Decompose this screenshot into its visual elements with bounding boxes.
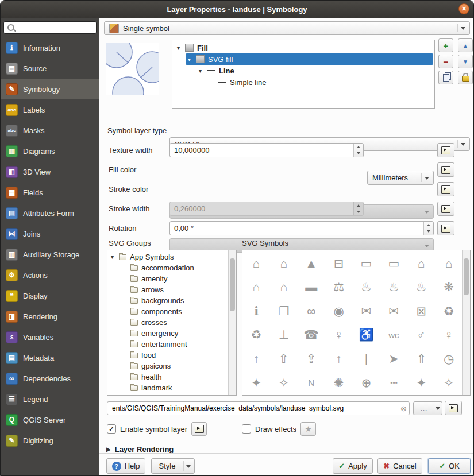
sidebar-item-variables[interactable]: εVariables <box>1 327 99 347</box>
effects-customize-button[interactable]: ★ <box>300 422 316 436</box>
svg-symbol-wc[interactable]: wc <box>380 323 407 347</box>
svg-symbol-shelter-2[interactable]: ⌂ <box>242 276 270 299</box>
svg-group-backgrounds[interactable]: backgrounds <box>107 295 229 306</box>
svg-symbol-compass-rose[interactable]: ✺ <box>325 371 353 394</box>
svg-symbol-arrow-outline[interactable]: ⇪ <box>298 347 325 371</box>
svg-symbol-police-badge[interactable]: ◉ <box>325 299 353 323</box>
browse-dropdown-button[interactable] <box>434 401 442 415</box>
svg-group-landmark[interactable]: landmark <box>107 382 229 393</box>
svg-symbol-men-wc[interactable]: ♂ <box>407 323 435 347</box>
svg-symbol-elevator[interactable]: ⊠ <box>407 299 435 323</box>
svg-symbol-line-marker[interactable]: | <box>353 347 380 371</box>
browse-button[interactable]: … <box>413 401 434 415</box>
sidebar-item-metadata[interactable]: ▤Metadata <box>1 347 99 368</box>
svg-symbol-arrow-solid[interactable]: ➤ <box>380 347 407 371</box>
svg-symbol-arrow-thin[interactable]: ↑ <box>325 347 353 371</box>
texture-width-spinbox[interactable] <box>169 143 364 157</box>
svg-symbol-telephone[interactable]: ☎ <box>298 323 325 347</box>
sidebar-item-actions[interactable]: ⚙Actions <box>1 265 99 285</box>
sidebar-item-rendering[interactable]: ◨Rendering <box>1 306 99 327</box>
sidebar-item-labels[interactable]: abcLabels <box>1 99 99 120</box>
texture-width-data-defined-button[interactable] <box>437 143 454 157</box>
svg-symbol-flame[interactable]: ♨ <box>407 276 435 299</box>
title-bar[interactable]: Layer Properties - landuse | Symbology ✕ <box>1 1 473 18</box>
expand-arrow-icon[interactable]: ▾ <box>188 56 196 63</box>
svg-symbol-home[interactable]: ⌂ <box>407 251 435 275</box>
svg-symbol-sleeping-shelter[interactable]: ▭ <box>380 251 407 275</box>
add-symbol-layer-button[interactable]: + <box>438 38 453 52</box>
symbol-tree-row-svg-fill[interactable]: ▾SVG fill <box>186 53 433 65</box>
svg-symbol-fire[interactable]: ♨ <box>353 276 380 299</box>
sidebar-item-symbology[interactable]: ✎Symbology <box>1 79 99 99</box>
svg-symbol-toilets[interactable]: ♀ <box>325 323 353 347</box>
svg-group-crosses[interactable]: crosses <box>107 317 229 328</box>
sidebar-item-attributes-form[interactable]: ▤Attributes Form <box>1 203 99 223</box>
svg-symbol-mail-2[interactable]: ✉ <box>380 299 407 323</box>
move-up-button[interactable]: ▲ <box>458 38 473 52</box>
sidebar-item-fields[interactable]: ▦Fields <box>1 182 99 203</box>
sidebar-item-masks[interactable]: abcMasks <box>1 120 99 141</box>
expand-arrow-icon[interactable]: ▾ <box>199 68 207 74</box>
svg-group-amenity[interactable]: amenity <box>107 273 229 284</box>
svg-symbol-arrow-double[interactable]: ⇑ <box>407 347 435 371</box>
rotation-input[interactable] <box>169 221 434 235</box>
svg-groups-scrollbar[interactable] <box>228 250 236 395</box>
svg-group-food[interactable]: food <box>107 350 229 361</box>
svg-path-field[interactable]: ⊗ <box>107 401 410 415</box>
sidebar-item-3d-view[interactable]: ◧3D View <box>1 161 99 182</box>
sidebar-item-source[interactable]: ▤Source <box>1 58 99 79</box>
svg-symbol-north-arrow-4[interactable]: ✧ <box>435 371 463 394</box>
svg-symbol-arrow-filled[interactable]: ⇧ <box>270 347 298 371</box>
texture-width-input[interactable] <box>169 143 364 157</box>
sidebar-item-diagrams[interactable]: ▥Diagrams <box>1 141 99 161</box>
sidebar-item-legend[interactable]: ☰Legend <box>1 389 99 409</box>
svg-symbol-bed[interactable]: ▭ <box>353 251 380 275</box>
sidebar-item-display[interactable]: ❝Display <box>1 285 99 306</box>
svg-group-accommodation[interactable]: accommodation <box>107 262 229 273</box>
close-icon[interactable]: ✕ <box>458 3 469 14</box>
svg-symbol-shelter[interactable]: ⌂ <box>435 251 463 275</box>
svg-symbol-bench[interactable]: ▬ <box>298 276 325 299</box>
svg-symbol-information[interactable]: ℹ <box>242 299 270 323</box>
svg-group-health[interactable]: health <box>107 371 229 382</box>
remove-symbol-layer-button[interactable]: − <box>438 55 453 68</box>
svg-symbol-clock[interactable]: ◷ <box>435 347 463 371</box>
expand-arrow-icon[interactable]: ▾ <box>111 254 119 260</box>
texture-width-unit-select[interactable]: Millimeters <box>367 171 434 185</box>
symbol-tree-row-fill[interactable]: ▾Fill <box>175 42 433 53</box>
draw-effects-checkbox[interactable] <box>242 424 251 434</box>
ok-button[interactable]: ✓ OK <box>428 458 471 474</box>
svg-symbol-circle-cross[interactable]: ⊕ <box>353 371 380 394</box>
sidebar-item-digitizing[interactable]: ✎Digitizing <box>1 430 99 451</box>
stroke-width-data-defined-button[interactable] <box>437 202 454 216</box>
svg-group-entertainment[interactable]: entertainment <box>107 339 229 350</box>
svg-symbol-huts[interactable]: ⌂ <box>270 276 298 299</box>
svg-group-gpsicons[interactable]: gpsicons <box>107 361 229 371</box>
svg-symbol-recycling-2[interactable]: ♻ <box>242 323 270 347</box>
expand-arrow-icon[interactable]: ▾ <box>177 45 185 51</box>
sidebar-item-qgis-server[interactable]: QQGIS Server <box>1 409 99 430</box>
svg-symbol-caravan[interactable]: ⊟ <box>325 251 353 275</box>
svg-symbol-bed-and-breakfast[interactable]: ⌂ <box>270 251 298 275</box>
svg-symbol-pedestrian[interactable]: ↑ <box>242 347 270 371</box>
layer-rendering-section[interactable]: ▶ Layer Rendering <box>106 445 174 454</box>
enable-layer-data-defined-button[interactable] <box>191 422 207 436</box>
svg-symbol-library[interactable]: ❐ <box>270 299 298 323</box>
svg-symbols-scrollbar[interactable] <box>462 250 470 395</box>
sidebar-item-joins[interactable]: ⋈Joins <box>1 223 99 244</box>
svg-symbol-recycling[interactable]: ♻ <box>435 299 463 323</box>
svg-group-app-symbols[interactable]: ▾App Symbols <box>107 251 229 262</box>
svg-group-components[interactable]: components <box>107 306 229 317</box>
help-button[interactable]: ? Help <box>106 458 145 474</box>
sidebar-item-information[interactable]: ℹInformation <box>1 37 99 58</box>
svg-symbol-mail[interactable]: ✉ <box>353 299 380 323</box>
rotation-data-defined-button[interactable] <box>437 221 454 235</box>
svg-symbol-tripod[interactable]: ⊥ <box>270 323 298 347</box>
search-input[interactable] <box>17 23 96 32</box>
svg-symbol-wheat[interactable]: ❋ <box>435 276 463 299</box>
style-button[interactable]: Style <box>151 458 195 474</box>
svg-path-data-defined-button[interactable] <box>445 401 462 415</box>
renderer-select[interactable]: Single symbol <box>104 21 470 35</box>
svg-symbol-north-arrow-2[interactable]: ✧ <box>270 371 298 394</box>
lock-colors-button[interactable] <box>458 71 473 84</box>
